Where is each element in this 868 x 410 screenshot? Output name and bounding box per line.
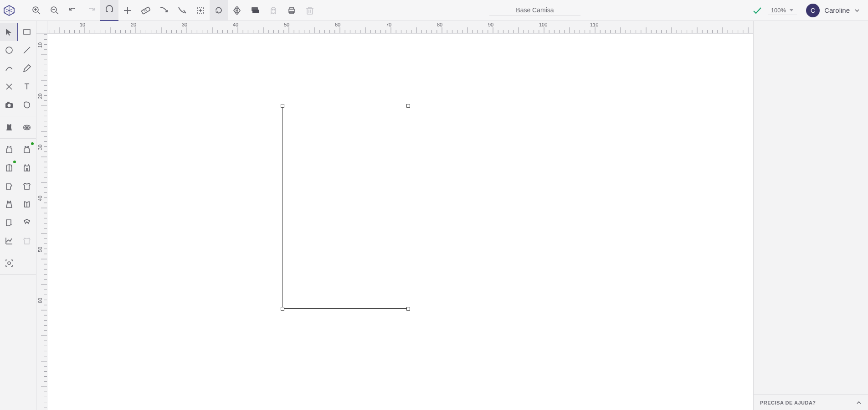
trim-button[interactable] (155, 0, 173, 21)
bodice-fill-button[interactable] (0, 118, 18, 136)
svg-marker-33 (6, 29, 11, 36)
delete-button[interactable] (301, 0, 319, 21)
curve-tool-icon (5, 64, 14, 73)
undo-button[interactable] (64, 0, 82, 21)
ruler-v-label: 40 (37, 196, 43, 201)
svg-line-9 (56, 12, 58, 14)
user-avatar[interactable]: C (806, 4, 820, 17)
chevron-down-icon (789, 7, 794, 13)
selection-rectangle[interactable] (282, 106, 408, 309)
vest-icon (22, 163, 31, 172)
vertical-ruler[interactable]: 102030405060 (36, 34, 47, 410)
properties-panel: PRECISA DE AJUDA? (753, 21, 868, 410)
ruler-h-label: 60 (335, 22, 340, 27)
delete-tool-icon (5, 82, 14, 91)
ruler-corner (36, 21, 47, 34)
sleeve-short-button[interactable] (0, 177, 18, 195)
shirt-body-icon (22, 182, 31, 191)
ruler-h-label: 70 (386, 22, 391, 27)
chart-line-icon (5, 236, 14, 245)
redo-icon (87, 6, 96, 15)
document-title-input[interactable] (489, 5, 580, 16)
measure-button[interactable] (137, 0, 155, 21)
ghost-icon (269, 6, 278, 15)
ruler-v-label: 20 (37, 93, 43, 99)
layers-button[interactable] (246, 0, 264, 21)
left-toolbox: T (0, 21, 36, 410)
ruler-h-label: 80 (437, 22, 442, 27)
add-button[interactable] (118, 0, 137, 21)
vest-button[interactable] (18, 159, 36, 177)
horizontal-ruler[interactable]: 102030405060708090100110 (47, 21, 753, 34)
zoom-dropdown[interactable]: 100% (768, 6, 797, 15)
focus-frame-button[interactable] (0, 254, 18, 272)
ruler-h-label: 40 (233, 22, 238, 27)
shirt-half-button[interactable] (0, 159, 18, 177)
print-button[interactable] (282, 0, 301, 21)
svg-point-41 (7, 104, 10, 107)
pencil-tool-button[interactable] (18, 59, 36, 78)
resize-handle-tl[interactable] (281, 104, 284, 108)
tank-back-button[interactable] (18, 140, 36, 159)
dress-button[interactable] (0, 195, 18, 213)
svg-line-36 (24, 47, 30, 53)
ellipse-tool-button[interactable] (0, 41, 18, 59)
tape-roll-icon (22, 123, 31, 132)
ghost-button[interactable] (264, 0, 282, 21)
collar-button[interactable] (18, 213, 36, 232)
resize-handle-tr[interactable] (406, 104, 410, 108)
zoom-value: 100% (771, 7, 786, 14)
delete-tool-button[interactable] (0, 78, 18, 96)
avatar-initial: C (811, 7, 815, 14)
help-bar[interactable]: PRECISA DE AJUDA? (754, 394, 868, 410)
svg-point-35 (6, 47, 12, 53)
tape-roll-button[interactable] (18, 118, 36, 136)
svg-line-17 (145, 9, 147, 11)
help-label: PRECISA DE AJUDA? (760, 400, 816, 405)
select-bounds-button[interactable] (191, 0, 210, 21)
shirt-half-icon (5, 163, 14, 172)
pocket-button[interactable] (0, 213, 18, 232)
zoom-in-button[interactable] (27, 0, 46, 21)
check-icon (752, 5, 762, 16)
canvas-pane[interactable] (47, 34, 753, 410)
chart-line-button[interactable] (0, 232, 18, 250)
line-tool-icon (22, 46, 31, 55)
topbar-right: 100% C Caroline (751, 4, 868, 17)
snap-button[interactable] (100, 0, 118, 21)
resize-handle-br[interactable] (406, 307, 410, 311)
mirror-button[interactable] (228, 0, 246, 21)
ruler-h-label: 30 (182, 22, 187, 27)
rectangle-tool-button[interactable] (18, 23, 36, 41)
notification-dot (13, 161, 16, 163)
svg-rect-15 (141, 7, 150, 14)
line-tool-button[interactable] (18, 41, 36, 59)
select-tool-button[interactable] (0, 23, 18, 41)
tank-front-button[interactable] (0, 140, 18, 159)
sticker-tool-button[interactable] (18, 96, 36, 114)
svg-point-44 (26, 126, 28, 128)
rotate-button[interactable] (210, 0, 228, 21)
undo-icon (68, 6, 77, 15)
shirt-faded-button[interactable] (18, 232, 36, 250)
shirt-body-button[interactable] (18, 177, 36, 195)
select-tool-icon (4, 27, 13, 36)
text-tool-icon: T (22, 82, 31, 91)
redo-button[interactable] (82, 0, 100, 21)
zoom-out-button[interactable] (46, 0, 64, 21)
app-logo[interactable] (0, 0, 18, 21)
resize-handle-bl[interactable] (281, 307, 284, 311)
curve-tool-button[interactable] (0, 59, 18, 78)
document-title-area (319, 5, 751, 16)
camera-tool-button[interactable] (0, 96, 18, 114)
bodice-fill-icon (5, 123, 14, 132)
ruler-h-label: 100 (539, 22, 547, 27)
extend-button[interactable] (173, 0, 191, 21)
magnet-icon (104, 5, 114, 15)
svg-point-24 (274, 9, 275, 10)
text-tool-button[interactable]: T (18, 78, 36, 96)
ruler-v-label: 30 (37, 145, 43, 150)
zoom-in-icon (32, 6, 41, 15)
corset-button[interactable] (18, 195, 36, 213)
user-menu-caret-icon[interactable] (854, 8, 860, 13)
